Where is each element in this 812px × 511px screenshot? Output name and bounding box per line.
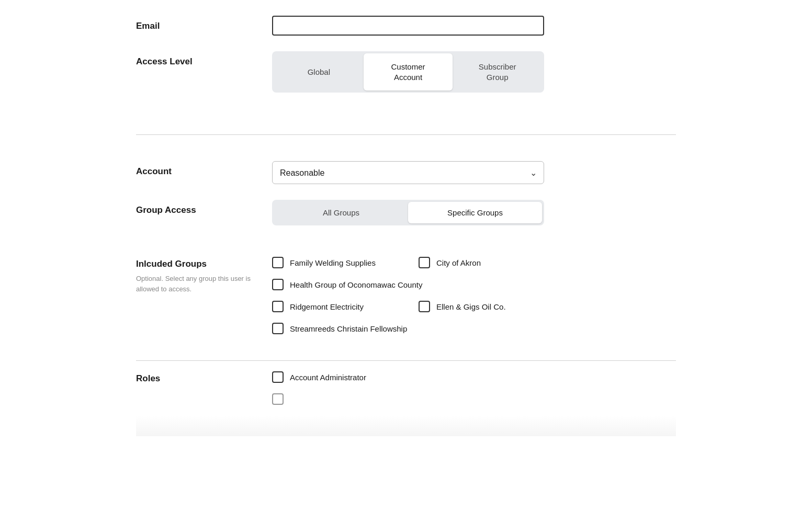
access-level-customer-account-btn[interactable]: CustomerAccount — [364, 53, 453, 90]
account-admin-checkbox[interactable] — [272, 371, 284, 383]
ridgemont-checkbox[interactable] — [272, 301, 284, 312]
roles-label-col: Roles — [136, 371, 272, 384]
included-groups-section: Inlcuded Groups Optional. Select any gro… — [136, 257, 676, 345]
divider-1 — [136, 134, 676, 135]
checkbox-row-4: Streamreeds Christain Fellowship — [272, 323, 676, 334]
checkbox-row-roles-2 — [272, 393, 676, 405]
included-groups-grid: Family Welding Supplies City of Akron He… — [272, 257, 676, 345]
city-of-akron-checkbox[interactable] — [419, 257, 430, 268]
bottom-fade — [136, 415, 676, 436]
checkbox-row-roles: Account Administrator — [272, 371, 676, 383]
all-groups-btn[interactable]: All Groups — [274, 202, 408, 223]
checkbox-row-3: Ridgemont Electricity Ellen & Gigs Oil C… — [272, 301, 676, 312]
included-groups-label-col: Inlcuded Groups Optional. Select any gro… — [136, 257, 272, 294]
roles-checkboxes: Account Administrator — [272, 371, 676, 415]
list-item: Ellen & Gigs Oil Co. — [419, 301, 544, 312]
extra-role-checkbox[interactable] — [272, 393, 284, 405]
specific-groups-btn[interactable]: Specific Groups — [408, 202, 542, 223]
health-group-checkbox[interactable] — [272, 279, 284, 290]
list-item: Ridgemont Electricity — [272, 301, 398, 312]
access-level-label: Access Level — [136, 51, 272, 67]
ridgemont-label: Ridgemont Electricity — [290, 302, 364, 311]
email-label: Email — [136, 16, 272, 31]
health-group-label: Health Group of Oconomawac County — [290, 280, 422, 289]
list-item: Streamreeds Christain Fellowship — [272, 323, 407, 334]
list-item: City of Akron — [419, 257, 544, 268]
ellen-gigs-checkbox[interactable] — [419, 301, 430, 312]
ellen-gigs-label: Ellen & Gigs Oil Co. — [436, 302, 506, 311]
account-select-wrapper: Reasonable Standard Premium ⌄ — [272, 161, 544, 184]
list-item: Family Welding Supplies — [272, 257, 398, 268]
group-access-label: Group Access — [136, 200, 272, 215]
access-level-global-btn[interactable]: Global — [274, 53, 364, 90]
account-label: Account — [136, 161, 272, 177]
email-input[interactable] — [272, 16, 544, 36]
account-select[interactable]: Reasonable Standard Premium — [272, 161, 544, 184]
city-of-akron-label: City of Akron — [436, 258, 481, 267]
family-welding-label: Family Welding Supplies — [290, 258, 376, 267]
list-item — [272, 393, 398, 405]
list-item: Account Administrator — [272, 371, 398, 383]
group-access-toggle-group: All Groups Specific Groups — [272, 200, 544, 225]
access-level-control: Global CustomerAccount SubscriberGroup — [272, 51, 676, 93]
included-groups-label: Inlcuded Groups — [136, 259, 272, 269]
checkbox-row-2: Health Group of Oconomawac County — [272, 279, 676, 290]
streamreeds-label: Streamreeds Christain Fellowship — [290, 324, 407, 333]
account-control: Reasonable Standard Premium ⌄ — [272, 161, 676, 184]
access-level-toggle-group: Global CustomerAccount SubscriberGroup — [272, 51, 544, 93]
checkbox-row-1: Family Welding Supplies City of Akron — [272, 257, 676, 268]
roles-section: Roles Account Administrator — [136, 371, 676, 415]
account-admin-label: Account Administrator — [290, 373, 366, 382]
included-groups-hint: Optional. Select any group this user is … — [136, 274, 272, 294]
roles-label: Roles — [136, 373, 272, 384]
list-item: Health Group of Oconomawac County — [272, 279, 422, 290]
group-access-control: All Groups Specific Groups — [272, 200, 676, 225]
divider-2 — [136, 360, 676, 361]
streamreeds-checkbox[interactable] — [272, 323, 284, 334]
email-control — [272, 16, 676, 36]
access-level-subscriber-group-btn[interactable]: SubscriberGroup — [453, 53, 542, 90]
family-welding-checkbox[interactable] — [272, 257, 284, 268]
